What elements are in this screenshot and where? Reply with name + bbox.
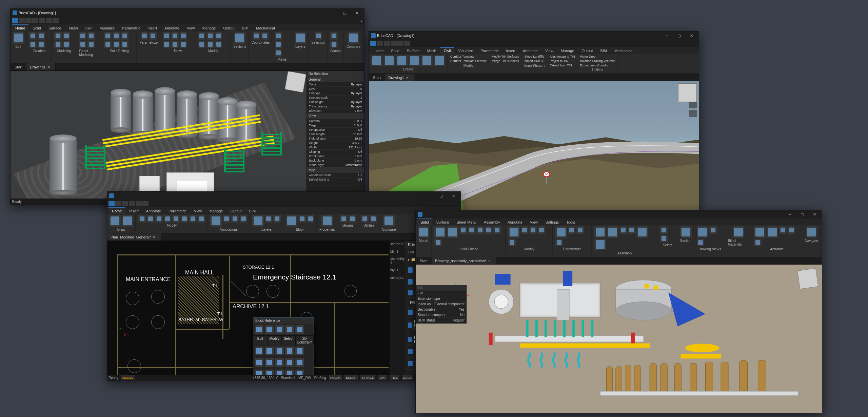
extend-icon[interactable] [181,215,188,223]
toggle-lwt[interactable]: LWT [378,375,387,380]
cmd[interactable]: Corridor Template Element [450,59,487,63]
autoconstrain-icon[interactable] [555,226,567,238]
quad-tab-edit[interactable]: Edit [253,336,268,345]
ribbon-tab-home[interactable]: Home [12,24,28,31]
tree-item[interactable]: assembly: 1 [390,257,404,265]
corridor-icon[interactable] [434,55,445,66]
view-cube[interactable] [285,71,307,93]
tree-item[interactable]: sembly:1 [390,276,404,279]
quad-tab-modify[interactable]: Modify [268,336,282,345]
grading-icon[interactable] [396,55,408,66]
quad-cmd-icon[interactable] [275,358,284,367]
info-val[interactable]: Yes [459,308,465,311]
start-tab[interactable]: Start [369,74,385,81]
quad-tab-select[interactable]: Select [282,336,296,345]
close-button[interactable]: ✕ [809,211,820,217]
prop-val[interactable]: 1 [360,96,362,99]
wcs-icon[interactable] [261,32,269,40]
qat-open-icon[interactable] [384,41,390,46]
qat-open-icon[interactable] [122,201,128,206]
prop-val[interactable]: ByLayer [351,105,362,108]
titlebar[interactable]: BricsCAD - [Drawing1] ─ ▢ ✕ [369,32,699,40]
ribbon-tab-manage[interactable]: Manage [199,24,219,31]
se5-icon[interactable] [493,226,501,234]
torus-icon[interactable] [38,41,45,48]
close-tab-icon[interactable]: × [48,65,50,69]
document-tab[interactable]: Brewery_assembly_animation*× [432,257,496,264]
ribbon-tab-bim[interactable]: BIM [246,207,259,214]
an1-icon[interactable] [779,226,787,234]
cmd[interactable]: Extract from Corridor [580,64,609,67]
an3-icon[interactable] [754,239,762,246]
prop-val[interactable]: 0 mm [355,109,362,112]
polyline-icon[interactable] [122,215,133,227]
poly-icon[interactable] [171,41,179,48]
tree-item[interactable]: schme1:1 [390,242,404,246]
rect-icon[interactable] [163,41,170,48]
qat-redo-icon[interactable] [142,201,149,206]
arc-icon[interactable] [171,32,179,40]
qat-save-icon[interactable] [32,18,38,23]
qat-open-icon[interactable] [25,18,32,23]
spline-icon[interactable] [180,41,187,48]
rotate-icon[interactable] [155,215,163,223]
titlebar[interactable]: ─ ▢ ✕ [107,192,461,200]
qat-redo-icon[interactable] [404,41,410,46]
qat-undo-icon[interactable] [46,18,52,23]
maximize-button[interactable]: ▢ [797,211,808,217]
layers-icon[interactable] [295,32,306,44]
dim-icon[interactable] [223,215,230,223]
create-icon[interactable] [607,226,618,238]
tin-volume-icon[interactable] [383,55,395,66]
line-icon[interactable] [163,32,170,40]
viewport-mech[interactable]: Info File Extension type Insert asExtern… [416,265,822,413]
select-icon[interactable] [315,32,322,40]
ribbon-tab-bim[interactable]: BIM [597,47,610,54]
quad-cmd-icon[interactable] [255,370,263,375]
quad-cmd-icon[interactable] [265,370,274,375]
a1-icon[interactable] [619,226,627,234]
view-cube[interactable] [797,268,818,289]
layer-state-icon[interactable] [265,215,272,223]
tree-item[interactable]: bly: 1 [390,268,404,272]
cmd[interactable]: Extract from TIN [550,64,572,67]
prop-val[interactable]: 2dWireframe [344,163,362,167]
leader-icon[interactable] [231,215,239,223]
ribbon-tab-manage[interactable]: Manage [557,47,578,54]
cone-icon[interactable] [38,32,45,40]
prop-val[interactable]: 0, 0, 1 [354,119,362,123]
dv2-icon[interactable] [697,239,704,246]
maximize-button[interactable]: ▢ [436,193,447,199]
toggle-polar[interactable]: POLAR [329,375,342,380]
ribbon-tab-parametric[interactable]: Parametric [119,24,143,31]
se4-icon[interactable] [485,226,492,234]
array-icon[interactable] [206,41,214,48]
section-icon[interactable] [234,32,245,44]
ucs-icon[interactable] [253,32,260,40]
close-button[interactable]: ✕ [448,193,459,199]
ribbon-tab-surface[interactable]: Surface [403,47,423,54]
info-val[interactable]: No [460,313,465,317]
ribbon-tab-bim[interactable]: BIM [238,24,252,31]
mirror-icon[interactable] [164,215,171,223]
insert-icon[interactable] [594,226,606,238]
copy-icon[interactable] [147,215,154,223]
qat-print-icon[interactable] [39,18,45,23]
close-tab-icon[interactable]: × [406,76,408,80]
titlebar[interactable]: ─ ▢ ✕ [416,210,822,218]
ribbon-tab-surface[interactable]: Surface [45,24,65,31]
prop-val[interactable]: Off [358,178,362,181]
quad-cmd-icon[interactable] [275,370,284,375]
edit-block-icon[interactable] [307,215,314,223]
prop-val[interactable]: 921.7 mm [349,146,362,149]
cylinder-icon[interactable] [29,32,37,40]
ribbon-tab-view[interactable]: View [183,24,198,31]
quad-cmd-icon[interactable] [285,347,294,355]
document-tab[interactable]: Drawing1× [26,63,56,70]
document-tab[interactable]: Drawing1× [385,74,414,81]
compare-icon[interactable] [348,32,359,44]
toggle-strack[interactable]: STRACK [360,375,376,380]
align-icon[interactable] [87,41,95,48]
valignment-icon[interactable] [421,55,433,66]
rotate-icon[interactable] [79,41,86,48]
